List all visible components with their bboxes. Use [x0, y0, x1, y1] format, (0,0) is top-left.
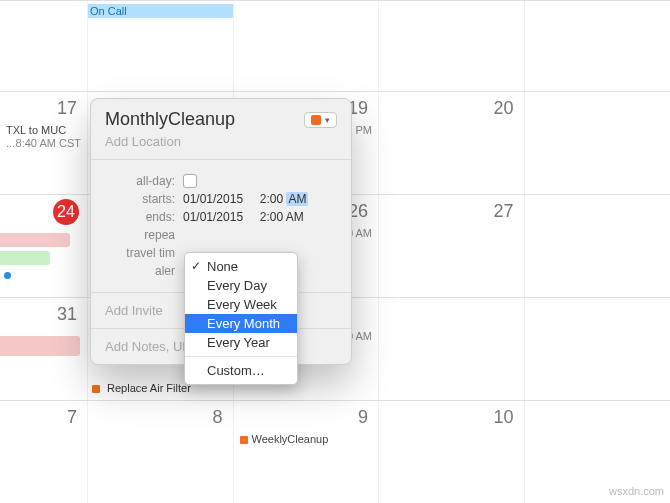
event-dot-icon: [240, 436, 248, 444]
ends-time-input[interactable]: 2:00 AM: [260, 210, 304, 224]
starts-label: starts:: [105, 192, 183, 206]
day-number[interactable]: 7: [4, 405, 83, 432]
travel-time-label: travel tim: [105, 246, 183, 260]
all-day-label: all-day:: [105, 174, 183, 188]
calendar-picker[interactable]: ▾: [304, 112, 337, 128]
repeat-label: repea: [105, 228, 183, 242]
event-weekly-cleanup[interactable]: WeeklyCleanup: [238, 433, 375, 445]
day-number[interactable]: 8: [92, 405, 229, 432]
day-number[interactable]: 9: [238, 405, 375, 432]
event-dot-icon: [92, 385, 100, 393]
ellipsis-icon: ...: [6, 137, 15, 149]
day-number[interactable]: 31: [4, 302, 83, 329]
repeat-option-none[interactable]: None: [185, 257, 297, 276]
calendar-color-swatch: [311, 115, 321, 125]
event-txl-to-muc[interactable]: TXL to MUC: [4, 124, 83, 136]
day-number[interactable]: 27: [383, 199, 520, 226]
event-title: TXL to MUC: [6, 124, 66, 136]
starts-time-input[interactable]: 2:00: [260, 192, 283, 206]
chevron-down-icon: ▾: [325, 115, 330, 125]
starts-date-input[interactable]: 01/01/2015: [183, 192, 243, 206]
day-number[interactable]: 10: [383, 405, 520, 432]
alert-label: aler: [105, 264, 183, 278]
repeat-option-every-day[interactable]: Every Day: [185, 276, 297, 295]
event-on-call[interactable]: On Call: [88, 4, 234, 18]
ends-date-input[interactable]: 01/01/2015: [183, 210, 243, 224]
day-number[interactable]: 17: [4, 96, 83, 123]
event-time: 8:40 AM CST: [16, 137, 81, 149]
location-input[interactable]: Add Location: [105, 134, 337, 149]
dropdown-separator: [185, 356, 297, 357]
watermark: wsxdn.com: [609, 485, 664, 497]
event-dot-icon: [4, 272, 11, 279]
ends-label: ends:: [105, 210, 183, 224]
day-number-today[interactable]: 24: [53, 199, 79, 225]
repeat-option-every-month[interactable]: Every Month: [185, 314, 297, 333]
day-number[interactable]: 20: [383, 96, 520, 123]
event-title-input[interactable]: MonthlyCleanup: [105, 109, 235, 130]
repeat-option-custom[interactable]: Custom…: [185, 361, 297, 380]
repeat-option-every-year[interactable]: Every Year: [185, 333, 297, 352]
all-day-checkbox[interactable]: [183, 174, 197, 188]
event-title: WeeklyCleanup: [252, 433, 329, 445]
event-replace-air-filter[interactable]: Replace Air Filter: [107, 382, 191, 394]
starts-ampm-input[interactable]: AM: [286, 192, 308, 206]
repeat-option-every-week[interactable]: Every Week: [185, 295, 297, 314]
repeat-dropdown-menu: None Every Day Every Week Every Month Ev…: [184, 252, 298, 385]
